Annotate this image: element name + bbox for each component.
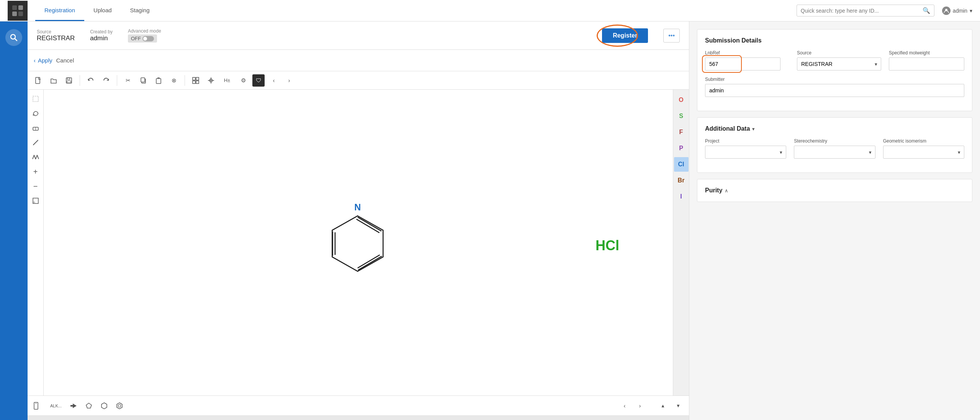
toolbar-separator-1 xyxy=(80,75,80,86)
selection-tool[interactable] xyxy=(29,93,42,105)
prev-page-button[interactable]: ‹ xyxy=(618,400,631,412)
purity-section: Purity ∧ xyxy=(697,179,972,202)
user-area[interactable]: admin ▾ xyxy=(942,7,972,15)
project-select[interactable] xyxy=(705,146,786,159)
geo-select[interactable] xyxy=(883,146,964,159)
arrow-button[interactable] xyxy=(67,400,80,412)
molweight-input[interactable] xyxy=(889,57,964,71)
submission-row-2: Submitter xyxy=(705,77,964,97)
redo-button[interactable] xyxy=(100,74,112,87)
svg-rect-3 xyxy=(18,11,23,16)
submission-details-section: Submission Details LnbRef Source xyxy=(697,29,972,111)
advanced-mode-toggle[interactable]: Advanced mode OFF xyxy=(128,28,161,43)
element-P[interactable]: P xyxy=(674,141,689,156)
svg-rect-16 xyxy=(193,81,195,84)
project-label: Project xyxy=(705,138,786,144)
element-Br[interactable]: Br xyxy=(674,173,689,188)
pentagon-button[interactable] xyxy=(83,400,95,412)
svg-line-29 xyxy=(357,217,381,231)
cancel-button[interactable]: Cancel xyxy=(56,57,74,64)
svg-rect-17 xyxy=(196,81,199,84)
undo-button[interactable] xyxy=(85,74,97,87)
alkyl-button[interactable]: ALK... xyxy=(47,400,64,412)
user-avatar-icon xyxy=(942,7,951,15)
element-I[interactable]: I xyxy=(674,189,689,204)
source-select[interactable]: REGISTRAR UPLOAD API xyxy=(797,57,881,71)
svg-line-31 xyxy=(358,256,381,270)
sidebar-search-button[interactable] xyxy=(5,29,22,46)
minus-tool[interactable]: − xyxy=(29,180,42,192)
plus-tool[interactable]: + xyxy=(29,166,42,178)
next-page-button[interactable]: › xyxy=(634,400,646,412)
open-file-button[interactable] xyxy=(47,74,60,87)
source-select-field: Source REGISTRAR UPLOAD API ▾ xyxy=(797,50,881,71)
stereo-label: Stereochemistry xyxy=(794,138,875,144)
apply-button[interactable]: ‹ Apply xyxy=(34,57,52,64)
more-options-button[interactable]: ••• xyxy=(663,29,680,43)
hexagon-button[interactable] xyxy=(98,400,110,412)
nav-tab-staging[interactable]: Staging xyxy=(121,0,159,21)
new-document-button[interactable] xyxy=(32,74,44,87)
eraser-tool[interactable] xyxy=(29,122,42,134)
element-O[interactable]: O xyxy=(674,93,689,107)
apply-label: Apply xyxy=(38,57,52,64)
apply-arrow-icon: ‹ xyxy=(34,57,36,64)
purity-title: Purity xyxy=(705,187,722,194)
next-button[interactable]: › xyxy=(283,74,295,87)
submitter-input[interactable] xyxy=(705,84,964,97)
nav-tab-upload[interactable]: Upload xyxy=(84,0,121,21)
apply-bar: ‹ Apply Cancel xyxy=(28,50,689,71)
shield-button[interactable]: 🛡 xyxy=(252,74,265,87)
molecule-canvas[interactable]: N xyxy=(44,90,673,395)
atom-map-button[interactable] xyxy=(32,400,44,412)
horizontal-scrollbar[interactable] xyxy=(28,415,689,420)
element-Cl[interactable]: Cl xyxy=(674,157,689,172)
molweight-label: Specified molweight xyxy=(889,50,964,56)
app-logo xyxy=(8,1,28,21)
svg-rect-0 xyxy=(12,5,17,10)
top-navigation: Registration Upload Staging 🔍 admin ▾ xyxy=(0,0,980,21)
geo-select-wrapper: ▾ xyxy=(883,146,964,159)
element-palette: O S F P Cl Br I xyxy=(673,90,689,395)
paste-button[interactable] xyxy=(152,74,165,87)
svg-rect-21 xyxy=(33,96,38,102)
advanced-mode-switch[interactable]: OFF xyxy=(128,34,157,43)
global-search-input[interactable] xyxy=(801,8,921,14)
svg-text:n: n xyxy=(33,200,35,204)
save-button[interactable] xyxy=(63,74,75,87)
purity-header[interactable]: Purity ∧ xyxy=(705,187,964,194)
line-tool[interactable] xyxy=(29,136,42,149)
prev-button[interactable]: ‹ xyxy=(268,74,280,87)
lasso-tool[interactable] xyxy=(29,107,42,120)
toolbar-separator-2 xyxy=(117,75,117,86)
copy-button[interactable] xyxy=(137,74,149,87)
benzene-button[interactable] xyxy=(113,400,126,412)
submitter-label: Submitter xyxy=(705,77,964,82)
header-bar: Source REGISTRAR Created by admin Advanc… xyxy=(28,21,689,50)
svg-rect-14 xyxy=(193,77,195,80)
purity-chevron-icon: ∧ xyxy=(725,188,728,194)
erase-button[interactable]: ⊗ xyxy=(168,74,180,87)
scroll-down-button[interactable]: ▼ xyxy=(672,400,684,412)
align-button[interactable] xyxy=(205,74,217,87)
register-button[interactable]: Register xyxy=(602,28,648,43)
cut-button[interactable]: ✂ xyxy=(122,74,134,87)
stereo-select[interactable] xyxy=(794,146,875,159)
nav-tab-registration[interactable]: Registration xyxy=(35,0,84,21)
submission-details-title: Submission Details xyxy=(705,37,964,44)
stereo-select-wrapper: ▾ xyxy=(794,146,875,159)
hydrogen-button[interactable]: H± xyxy=(220,74,234,87)
scroll-up-button[interactable]: ▲ xyxy=(657,400,669,412)
element-S[interactable]: S xyxy=(674,109,689,123)
element-F[interactable]: F xyxy=(674,125,689,139)
settings-button[interactable]: ⚙ xyxy=(237,74,249,87)
grid-button[interactable] xyxy=(190,74,202,87)
bracket-tool[interactable]: n xyxy=(29,195,42,207)
lnbref-input[interactable] xyxy=(705,57,780,71)
chain-tool[interactable] xyxy=(29,151,42,163)
additional-data-header[interactable]: Additional Data ▾ xyxy=(705,125,964,132)
submitter-field: Submitter xyxy=(705,77,964,97)
register-button-wrap: Register xyxy=(602,28,648,43)
left-sidebar xyxy=(0,21,28,420)
additional-data-title: Additional Data xyxy=(705,125,750,132)
